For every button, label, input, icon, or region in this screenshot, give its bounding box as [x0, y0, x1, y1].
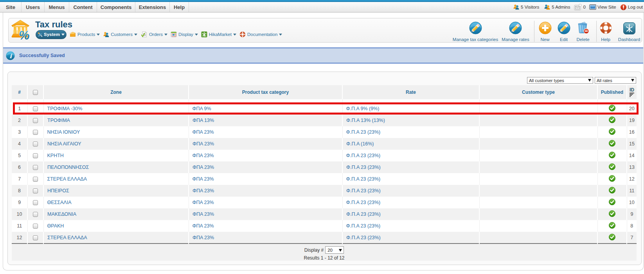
- status-log-out[interactable]: Log out: [620, 4, 643, 11]
- messages-icon: [574, 4, 582, 11]
- published-check-icon[interactable]: [609, 119, 615, 124]
- rate-link[interactable]: Φ.Π.Α 23 (23%): [342, 173, 479, 185]
- menu-item-content[interactable]: Content: [69, 2, 97, 12]
- zone-link[interactable]: ΗΠΕΙΡΟΣ: [43, 185, 189, 197]
- menu-item-help[interactable]: Help: [170, 2, 189, 12]
- published-check-icon[interactable]: [609, 213, 615, 218]
- published-check-icon[interactable]: [609, 107, 615, 113]
- published-check-icon[interactable]: [609, 154, 615, 159]
- product-tax-category-link[interactable]: ΦΠΑ 23%: [189, 161, 342, 173]
- menu-item-components[interactable]: Components: [97, 2, 135, 12]
- rate-link[interactable]: Φ.Π.Α 23 (23%): [342, 208, 479, 220]
- row-checkbox[interactable]: [33, 130, 38, 135]
- published-check-icon[interactable]: [609, 166, 615, 171]
- product-tax-category-link[interactable]: ΦΠΑ 13%: [189, 115, 342, 126]
- menu-system-label: System: [44, 32, 60, 37]
- toolbar-manage-rates-button[interactable]: Manage rates: [501, 21, 530, 42]
- status-view-site[interactable]: View Site: [589, 4, 616, 10]
- menu-item-menus[interactable]: Menus: [45, 2, 69, 12]
- menu-hikamarket[interactable]: HikaMarket: [201, 31, 236, 38]
- toolbar-delete-button[interactable]: Delete: [575, 21, 591, 42]
- published-check-icon[interactable]: [609, 224, 615, 230]
- customer-type-filter-select[interactable]: All customer types: [527, 77, 593, 84]
- published-check-icon[interactable]: [609, 236, 615, 242]
- menu-documentation[interactable]: Documentation: [239, 31, 282, 38]
- row-checkbox[interactable]: [33, 118, 38, 123]
- row-checkbox[interactable]: [33, 141, 38, 147]
- published-check-icon[interactable]: [609, 189, 615, 195]
- product-tax-category-link[interactable]: ΦΠΑ 23%: [189, 220, 342, 232]
- row-checkbox[interactable]: [33, 200, 38, 205]
- menu-orders[interactable]: Orders: [141, 31, 167, 38]
- select-all-checkbox[interactable]: [33, 90, 38, 95]
- toolbar-edit-button[interactable]: Edit: [556, 21, 572, 42]
- zone-link[interactable]: ΚΡΗΤΗ: [43, 150, 189, 161]
- menu-documentation-label: Documentation: [247, 32, 277, 37]
- row-checkbox[interactable]: [33, 188, 38, 193]
- menu-customers[interactable]: Customers: [103, 31, 137, 38]
- list-footer: Display # 20 Results 1 - 12 of 12: [12, 244, 637, 261]
- rate-link[interactable]: Φ.Π.Α 23 (23%): [342, 185, 479, 197]
- row-checkbox[interactable]: [33, 165, 38, 170]
- product-tax-category-link[interactable]: ΦΠΑ 23%: [189, 138, 342, 150]
- product-tax-category-link[interactable]: ΦΠΑ 23%: [189, 150, 342, 161]
- menu-display[interactable]: Display: [171, 31, 198, 38]
- toolbar-help-button[interactable]: Help: [598, 21, 613, 42]
- product-tax-category-link[interactable]: ΦΠΑ 9%: [189, 103, 342, 115]
- rates-filter-select[interactable]: All rates: [595, 77, 636, 84]
- zone-link[interactable]: ΣΤΕΡΕΑ ΕΛΛΑΔΑ: [43, 232, 189, 244]
- view-site-label: View Site: [597, 5, 616, 9]
- rate-link[interactable]: Φ.Π.Α 23 (23%): [342, 232, 479, 244]
- menu-display-label: Display: [178, 32, 193, 37]
- published-check-icon[interactable]: [609, 131, 615, 136]
- menu-item-site[interactable]: Site: [0, 2, 22, 12]
- product-tax-category-link[interactable]: ΦΠΑ 23%: [189, 173, 342, 185]
- rate-link[interactable]: Φ.Π.Α 23 (23%): [342, 220, 479, 232]
- row-checkbox[interactable]: [33, 177, 38, 182]
- zone-link[interactable]: ΤΡΟΦΙΜΑ: [43, 115, 189, 126]
- zone-link[interactable]: ΝΗΣΙΑ ΙΟΝΙΟΥ: [43, 126, 189, 138]
- rate-link[interactable]: Φ.Π.Α 23 (23%): [342, 150, 479, 161]
- row-checkbox[interactable]: [33, 224, 38, 229]
- toolbar-manage-tax-categories-button[interactable]: Manage tax categories: [451, 21, 500, 42]
- rate-link[interactable]: Φ.Π.Α 9% (9%): [342, 103, 479, 115]
- rate-link[interactable]: Φ.Π.Α 13% (13%): [342, 115, 479, 126]
- status-admins[interactable]: 5 Admins: [544, 4, 570, 10]
- rate-link[interactable]: Φ.Π.Α 23 (23%): [342, 126, 479, 138]
- display-limit-select[interactable]: 20: [325, 246, 344, 254]
- zone-link[interactable]: ΤΡΟΦΙΜΑ -30%: [43, 103, 189, 115]
- row-checkbox[interactable]: [33, 212, 38, 217]
- status-visitors[interactable]: 5 Visitors: [513, 4, 539, 10]
- zone-link[interactable]: ΝΗΣΙΑ ΑΙΓΑΙΟΥ: [43, 138, 189, 150]
- status-messages[interactable]: 0: [574, 4, 585, 11]
- zone-link[interactable]: ΠΕΛΟΠΟΝΝΗΣΟΣ: [43, 161, 189, 173]
- column-header-rate: Rate: [342, 85, 479, 99]
- zone-link[interactable]: ΣΤΕΡΕΑ ΕΛΛΑΔΑ: [43, 173, 189, 185]
- published-check-icon[interactable]: [609, 177, 615, 183]
- product-tax-category-link[interactable]: ΦΠΑ 23%: [189, 126, 342, 138]
- menu-products[interactable]: Products: [70, 31, 100, 38]
- published-check-icon[interactable]: [609, 142, 615, 148]
- admin-content-box: % Tax rules System: [3, 13, 644, 270]
- toolbar-new-button[interactable]: New: [537, 21, 553, 42]
- product-tax-category-link[interactable]: ΦΠΑ 23%: [189, 197, 342, 208]
- menu-item-extensions[interactable]: Extensions: [135, 2, 170, 12]
- rate-link[interactable]: Φ.Π.Α (16%): [342, 138, 479, 150]
- rate-link[interactable]: Φ.Π.Α 23 (23%): [342, 197, 479, 208]
- admin-top-bar: Site Users Menus Content Components Exte…: [0, 0, 644, 13]
- product-tax-category-link[interactable]: ΦΠΑ 23%: [189, 185, 342, 197]
- rates-filter-value: All rates: [597, 78, 612, 83]
- row-checkbox[interactable]: [33, 106, 38, 111]
- zone-link[interactable]: ΘΕΣΣΑΛΙΑ: [43, 197, 189, 208]
- product-tax-category-link[interactable]: ΦΠΑ 23%: [189, 208, 342, 220]
- zone-link[interactable]: ΜΑΚΕΔΟΝΙΑ: [43, 208, 189, 220]
- row-checkbox[interactable]: [33, 235, 38, 240]
- toolbar-dashboard-button[interactable]: Dashboard: [618, 21, 640, 42]
- zone-link[interactable]: ΘΡΑΚΗ: [43, 220, 189, 232]
- published-check-icon[interactable]: [609, 201, 615, 206]
- rate-link[interactable]: Φ.Π.Α 23 (23%): [342, 161, 479, 173]
- menu-item-users[interactable]: Users: [22, 2, 45, 12]
- row-checkbox[interactable]: [33, 153, 38, 158]
- menu-system-button[interactable]: System: [36, 30, 67, 39]
- product-tax-category-link[interactable]: ΦΠΑ 23%: [189, 232, 342, 244]
